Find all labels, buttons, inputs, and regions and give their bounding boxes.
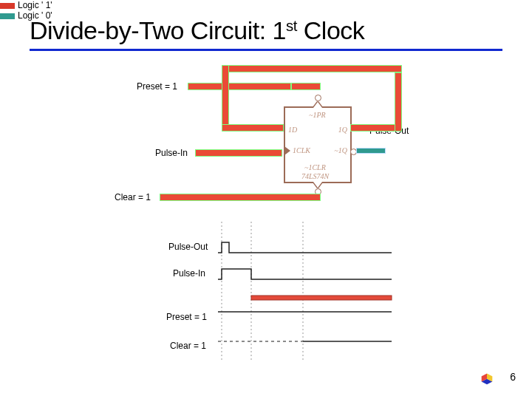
page-title: Divide-by-Two Circuit: 1st Clock — [30, 16, 364, 45]
title-underline — [30, 49, 502, 51]
title-ordinal: st — [286, 18, 297, 34]
flipflop-ic: ~1PR 1D 1CLK 1Q ~1Q ~1CLR 74LS74N — [284, 106, 352, 183]
timing-label-pulse-in: Pulse-In — [173, 268, 205, 279]
pin-clk: 1CLK — [293, 146, 310, 154]
pin-clr: ~1CLR — [304, 163, 326, 171]
title-pre: Divide-by-Two Circuit: 1 — [30, 16, 286, 44]
wire-preset — [188, 83, 291, 90]
wire-feedback-top — [222, 65, 402, 72]
page-number: 6 — [510, 371, 516, 383]
footer-logo-icon — [479, 369, 495, 386]
title-post: Clock — [297, 16, 364, 44]
legend-swatch-1 — [0, 3, 15, 9]
legend-swatch-0 — [0, 13, 15, 19]
wire-qbar — [356, 148, 386, 154]
clear-pin-notch — [313, 182, 322, 188]
timing-label-clear: Clear = 1 — [170, 341, 206, 351]
pin-qbar: ~1Q — [334, 146, 347, 154]
trace-pulse-out — [218, 242, 392, 253]
pin-d: 1D — [288, 126, 297, 134]
wire-pulse-in — [195, 149, 282, 157]
clock-notch-icon — [284, 146, 290, 155]
wire-preset-to-ic — [291, 83, 321, 90]
pin-q: 1Q — [338, 126, 347, 134]
timing-label-pulse-out: Pulse-Out — [168, 242, 208, 252]
wire-clear — [160, 194, 321, 201]
label-preset: Preset = 1 — [137, 81, 177, 92]
label-pulse-in: Pulse-In — [155, 148, 188, 158]
preset-pin-notch — [313, 102, 322, 108]
legend-label-1: Logic ' 1' — [18, 0, 52, 10]
wire-feedback-left — [222, 65, 229, 130]
trace-pulse-in — [218, 269, 392, 279]
ic-part-number: 74LS74N — [301, 172, 329, 180]
preset-pulse-mark — [251, 296, 392, 300]
timing-label-preset: Preset = 1 — [166, 312, 207, 322]
timing-diagram — [170, 222, 495, 362]
pin-pre: ~1PR — [309, 111, 326, 119]
label-clear: Clear = 1 — [115, 192, 151, 202]
wire-into-d — [222, 124, 284, 132]
wire-q-up — [395, 72, 402, 132]
preset-bubble-icon — [315, 95, 321, 101]
slide: Divide-by-Two Circuit: 1st Clock Preset … — [0, 0, 532, 399]
